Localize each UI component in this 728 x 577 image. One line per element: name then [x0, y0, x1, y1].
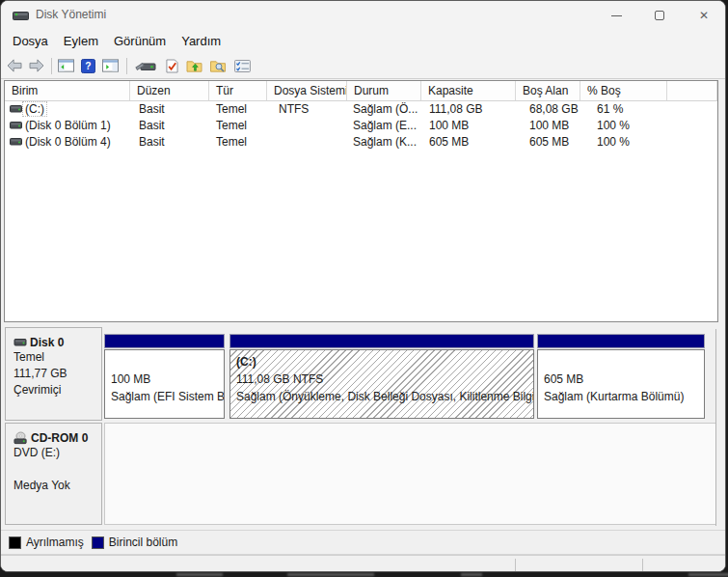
- partition-header-bar: [104, 334, 225, 348]
- disk-tool-icon: [135, 59, 156, 73]
- forward-arrow-icon: [29, 59, 44, 72]
- disk0-type: Temel: [13, 349, 101, 366]
- action-pane-icon: [102, 59, 119, 72]
- cdrom-status: Medya Yok: [13, 478, 101, 494]
- background-window-fragment: [287, 573, 374, 576]
- cell-bos-alan: 68,08 GB: [516, 101, 580, 118]
- column-header-birim[interactable]: Birim: [5, 81, 130, 100]
- folder-up-icon: [186, 59, 202, 73]
- column-header-duzen[interactable]: Düzen: [130, 81, 209, 100]
- console-tree-icon: [58, 59, 74, 72]
- column-header-bos-alan[interactable]: Boş Alan: [516, 81, 580, 100]
- column-header-tur[interactable]: Tür: [209, 81, 267, 100]
- disk0-size: 111,77 GB: [13, 366, 101, 382]
- cell-pct-bos: 100 %: [580, 118, 667, 134]
- column-header-durum[interactable]: Durum: [347, 81, 421, 100]
- legend-primary-swatch: [92, 536, 104, 549]
- cell-durum: Sağlam (E...: [347, 118, 421, 134]
- partition-size: 111,08 GB NTFS: [236, 371, 533, 388]
- menu-item-eylem[interactable]: Eylem: [64, 34, 98, 48]
- cell-bos-alan: 605 MB: [516, 134, 580, 151]
- volume-icon: [10, 121, 22, 130]
- cell-birim: (C:): [5, 101, 130, 118]
- cell-dosya-sistemi: [267, 118, 347, 134]
- cell-birim: (Disk 0 Bölüm 1): [5, 118, 130, 134]
- title-bar[interactable]: Disk Yönetimi ✕: [1, 1, 725, 30]
- document-check-button[interactable]: [162, 57, 181, 74]
- column-header-dosya-sistemi[interactable]: Dosya Sistemi: [267, 81, 347, 100]
- background-window-fragment: [461, 573, 482, 576]
- cell-dosya-sistemi: NTFS: [267, 101, 347, 118]
- cdrom-media: DVD (E:): [13, 445, 101, 461]
- cdrom-name: CD-ROM 0: [31, 431, 88, 445]
- cell-pct-bos: 100 %: [580, 134, 667, 151]
- minimize-button[interactable]: [595, 1, 637, 30]
- show-action-pane-button[interactable]: [100, 57, 120, 74]
- menu-item-gorunum[interactable]: Görünüm: [114, 34, 166, 48]
- partition-name: [544, 353, 704, 371]
- cell-kapasite: 100 MB: [421, 118, 516, 134]
- volume-icon: [10, 137, 22, 147]
- volume-icon: [10, 104, 22, 114]
- folder-up-button[interactable]: [184, 57, 203, 74]
- volume-row-bolum4[interactable]: (Disk 0 Bölüm 4) Basit Temel Sağlam (K..…: [5, 134, 717, 151]
- details-list-button[interactable]: [232, 57, 252, 74]
- minimize-icon: [611, 15, 622, 16]
- maximize-button[interactable]: [638, 1, 681, 30]
- partition-size: 605 MB: [544, 371, 704, 388]
- status-bar: [1, 555, 725, 572]
- maximize-icon: [655, 11, 664, 20]
- document-check-icon: [166, 59, 178, 73]
- back-button[interactable]: [5, 57, 24, 74]
- close-button[interactable]: ✕: [683, 1, 725, 30]
- partition-header-bar: [229, 334, 534, 348]
- cell-duzen: Basit: [130, 118, 209, 134]
- folder-search-button[interactable]: [206, 57, 229, 74]
- disk-icon: [13, 338, 27, 347]
- window-title: Disk Yönetimi: [36, 8, 106, 21]
- menu-item-yardim[interactable]: Yardım: [181, 34, 221, 48]
- partition-efi[interactable]: 100 MB Sağlam (EFI Sistem Bö: [104, 334, 225, 419]
- disk-management-app-icon: [13, 10, 29, 22]
- legend-unallocated-label: Ayrılmamış: [26, 536, 84, 549]
- cell-tur: Temel: [209, 134, 267, 151]
- volume-list-pane: Birim Düzen Tür Dosya Sistemi Durum Kapa…: [4, 80, 718, 322]
- volume-row-c[interactable]: (C:) Basit Temel NTFS Sağlam (Ö... 111,0…: [5, 101, 717, 118]
- back-arrow-icon: [7, 59, 22, 72]
- menu-item-dosya[interactable]: Dosya: [13, 34, 48, 48]
- partition-c[interactable]: (C:) 111,08 GB NTFS Sağlam (Önyükleme, D…: [229, 334, 534, 419]
- svg-text:?: ?: [85, 61, 91, 71]
- column-header-pct-bos[interactable]: % Boş: [580, 81, 667, 100]
- cell-birim: (Disk 0 Bölüm 4): [5, 134, 130, 151]
- background-window-fragment: [176, 573, 223, 576]
- cell-tur: Temel: [209, 118, 267, 134]
- cell-pct-bos: 61 %: [580, 101, 667, 118]
- graph-pane-edge: [715, 329, 716, 526]
- volume-row-bolum1[interactable]: (Disk 0 Bölüm 1) Basit Temel Sağlam (E..…: [5, 118, 717, 134]
- cell-bos-alan: 100 MB: [516, 118, 580, 134]
- menu-bar: Dosya Eylem Görünüm Yardım: [1, 30, 725, 52]
- cdrom-media-area[interactable]: [104, 423, 716, 525]
- toolbar: ?: [1, 52, 725, 79]
- cell-dosya-sistemi: [267, 134, 347, 151]
- legend-unallocated-swatch: [9, 536, 21, 549]
- partition-recovery[interactable]: 605 MB Sağlam (Kurtarma Bölümü): [537, 334, 705, 419]
- forward-button[interactable]: [27, 57, 46, 74]
- toolbar-separator: [51, 58, 52, 74]
- column-header-kapasite[interactable]: Kapasite: [421, 81, 516, 100]
- disk-graph-pane: Disk 0 Temel 111,77 GB Çevrimiçi 100 MB …: [4, 327, 718, 528]
- partition-status: Sağlam (EFI Sistem Bö: [111, 388, 224, 405]
- disk-tool-button[interactable]: [134, 57, 157, 74]
- disk-management-window: Disk Yönetimi ✕ Dosya Eylem Görünüm Yard…: [0, 0, 726, 572]
- partition-name: [111, 353, 224, 371]
- folder-search-icon: [209, 59, 228, 73]
- legend-primary-label: Birincil bölüm: [109, 536, 177, 549]
- partition-header-bar: [537, 334, 705, 348]
- cdrom-label-panel[interactable]: CD-ROM 0 DVD (E:) Medya Yok: [5, 423, 102, 525]
- cell-duzen: Basit: [130, 101, 209, 118]
- disk0-label-panel[interactable]: Disk 0 Temel 111,77 GB Çevrimiçi: [5, 327, 102, 421]
- help-button[interactable]: ?: [78, 57, 97, 74]
- show-console-tree-button[interactable]: [56, 57, 75, 74]
- cell-kapasite: 605 MB: [421, 134, 516, 151]
- column-header-blank: [667, 81, 717, 100]
